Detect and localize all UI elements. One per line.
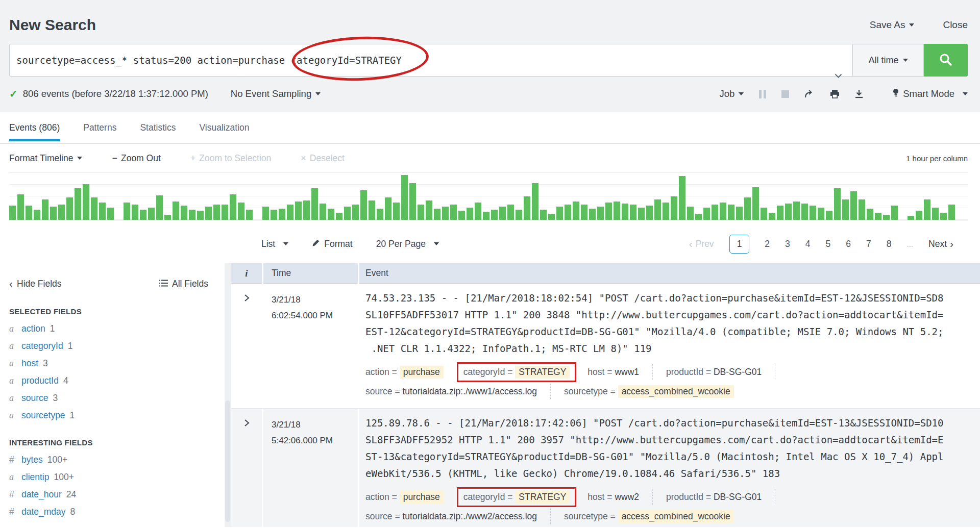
timeline-bar[interactable] xyxy=(532,183,538,220)
timeline-bar[interactable] xyxy=(752,187,759,220)
page-6[interactable]: 6 xyxy=(846,239,851,249)
timeline-bar[interactable] xyxy=(279,209,285,220)
timeline-bar[interactable] xyxy=(801,204,808,220)
field-date_mday[interactable]: #date_mday8 xyxy=(9,503,208,520)
timeline-bar[interactable] xyxy=(42,199,48,220)
timeline-bar[interactable] xyxy=(859,199,865,220)
timeline-bar[interactable] xyxy=(842,199,849,220)
timeline-bar[interactable] xyxy=(507,205,514,220)
tag-value[interactable]: STRATEGY xyxy=(515,491,570,504)
field-tag-action[interactable]: action = purchase xyxy=(365,366,444,379)
timeline-bar[interactable] xyxy=(271,210,277,220)
timeline-bar[interactable] xyxy=(940,213,947,220)
timeline-bar[interactable] xyxy=(124,203,130,220)
timeline-bar[interactable] xyxy=(597,207,604,220)
timeline-bar[interactable] xyxy=(458,211,465,220)
stop-icon[interactable] xyxy=(781,90,789,98)
timeline-bar[interactable] xyxy=(891,206,898,220)
timeline-bar[interactable] xyxy=(548,214,555,220)
timeline-bar[interactable] xyxy=(418,205,424,220)
close-button[interactable]: Close xyxy=(943,19,968,31)
timeline-bar[interactable] xyxy=(883,215,890,220)
timeline-bar[interactable] xyxy=(50,207,57,220)
event-sampling-dropdown[interactable]: No Event Sampling xyxy=(231,88,321,99)
time-range-picker[interactable]: All time xyxy=(852,44,924,77)
timeline-bar[interactable] xyxy=(83,184,89,220)
timeline-bar[interactable] xyxy=(908,216,914,220)
timeline-bar[interactable] xyxy=(671,196,677,220)
field-tag-productId[interactable]: productId = DB-SG-G01 xyxy=(666,367,762,378)
timeline-bar[interactable] xyxy=(213,205,220,220)
timeline-bar[interactable] xyxy=(173,202,179,220)
timeline-bar[interactable] xyxy=(26,206,32,220)
field-action[interactable]: aaction1 xyxy=(9,320,208,337)
tag-value[interactable]: tutorialdata.zip:./www1/access.log xyxy=(402,386,537,397)
timeline-bar[interactable] xyxy=(205,207,212,220)
timeline-bar[interactable] xyxy=(434,209,440,220)
timeline-bar[interactable] xyxy=(75,188,81,220)
timeline-bar[interactable] xyxy=(793,202,800,220)
field-tag-productId[interactable]: productId = DB-SG-G01 xyxy=(666,492,762,502)
timeline-bar[interactable] xyxy=(352,205,359,220)
timeline-bar[interactable] xyxy=(720,203,726,220)
timeline-bar[interactable] xyxy=(646,206,653,220)
timeline-bar[interactable] xyxy=(262,207,269,220)
timeline-histogram[interactable] xyxy=(9,172,968,220)
timeline-bar[interactable] xyxy=(164,215,171,220)
field-sourcetype[interactable]: asourcetype1 xyxy=(9,407,208,424)
event-time[interactable]: 3/21/185:42:06.000 PM xyxy=(263,409,358,527)
search-expand-chevron-icon[interactable] xyxy=(835,59,842,90)
download-icon[interactable] xyxy=(855,89,863,98)
field-date_hour[interactable]: #date_hour24 xyxy=(9,486,208,503)
timeline-bar[interactable] xyxy=(148,208,155,220)
per-page-dropdown[interactable]: 20 Per Page xyxy=(376,239,439,249)
timeline-bar[interactable] xyxy=(948,205,955,220)
timeline-bar[interactable] xyxy=(377,209,383,220)
field-tag-host[interactable]: host = www2 xyxy=(587,492,639,502)
tag-value[interactable]: tutorialdata.zip:./www2/access.log xyxy=(402,511,537,522)
timeline-bar[interactable] xyxy=(728,205,734,220)
page-5[interactable]: 5 xyxy=(826,239,831,249)
timeline-bar[interactable] xyxy=(107,208,114,220)
timeline-bar[interactable] xyxy=(442,207,449,220)
tag-value[interactable]: purchase xyxy=(400,366,444,379)
timeline-bar[interactable] xyxy=(393,203,400,220)
save-as-button[interactable]: Save As xyxy=(870,19,915,31)
timeline-bar[interactable] xyxy=(924,199,930,220)
timeline-bar[interactable] xyxy=(344,207,351,220)
tag-value[interactable]: www2 xyxy=(615,492,639,502)
tag-value[interactable]: DB-SG-G01 xyxy=(714,367,762,378)
timeline-bar[interactable] xyxy=(703,208,710,220)
timeline-bar[interactable] xyxy=(875,213,881,220)
all-fields-button[interactable]: All Fields xyxy=(159,279,208,289)
timeline-bar[interactable] xyxy=(491,210,498,220)
timeline-bar[interactable] xyxy=(140,210,146,220)
timeline-bar[interactable] xyxy=(17,194,24,220)
timeline-bar[interactable] xyxy=(622,204,628,220)
timeline-bar[interactable] xyxy=(156,195,163,220)
field-tag-sourcetype[interactable]: sourcetype = access_combined_wcookie xyxy=(564,385,734,398)
timeline-bar[interactable] xyxy=(230,194,236,220)
timeline-bar[interactable] xyxy=(761,208,767,220)
timeline-bar[interactable] xyxy=(654,199,661,220)
timeline-bar[interactable] xyxy=(336,213,342,220)
field-source[interactable]: asource3 xyxy=(9,389,208,407)
tag-value[interactable]: DB-SG-G01 xyxy=(714,492,762,502)
format-results-button[interactable]: Format xyxy=(312,239,352,249)
timeline-bar[interactable] xyxy=(744,197,751,220)
timeline-bar[interactable] xyxy=(222,205,228,220)
sidebar-scrollbar-thumb[interactable] xyxy=(225,400,230,522)
timeline-bar[interactable] xyxy=(450,205,457,220)
pause-icon[interactable] xyxy=(759,90,766,98)
timeline-bar[interactable] xyxy=(777,206,783,220)
event-time[interactable]: 3/21/186:02:54.000 PM xyxy=(263,284,358,408)
event-expand-button[interactable] xyxy=(231,284,262,408)
timeline-bar[interactable] xyxy=(630,205,636,220)
timeline-bar[interactable] xyxy=(614,202,620,220)
timeline-bar[interactable] xyxy=(679,176,685,220)
prev-page-button[interactable]: ‹Prev xyxy=(689,238,714,250)
timeline-bar[interactable] xyxy=(736,207,743,220)
timeline-bar[interactable] xyxy=(303,200,310,220)
timeline-bar[interactable] xyxy=(295,202,302,220)
search-button[interactable] xyxy=(924,44,968,77)
